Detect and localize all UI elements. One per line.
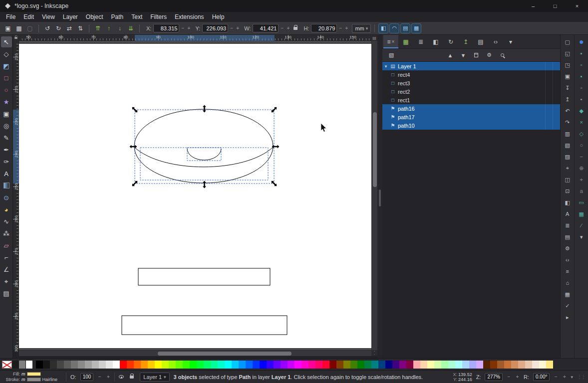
palette-color[interactable] — [155, 361, 162, 369]
preferences[interactable]: ⚙ — [563, 243, 573, 253]
lock-cell[interactable] — [553, 113, 560, 121]
selection-handle[interactable] — [270, 106, 278, 114]
palette-color[interactable] — [336, 361, 343, 369]
objects-row-path10[interactable]: ⚑path10 — [382, 121, 560, 130]
menu-help[interactable]: Help — [208, 12, 229, 21]
palette-color[interactable] — [392, 361, 399, 369]
palette-color[interactable] — [183, 361, 190, 369]
rect-upper[interactable] — [138, 268, 270, 285]
tool-node-editor[interactable]: ◇ — [1, 48, 12, 59]
logo-bowl-path[interactable] — [134, 147, 273, 167]
palette-color[interactable] — [253, 361, 260, 369]
tool-dropper[interactable]: ⊙ — [1, 192, 12, 203]
tab-swatches[interactable]: ▦ — [398, 35, 413, 48]
ruler-corner-lock[interactable] — [13, 35, 19, 41]
object-bbox-1[interactable] — [187, 148, 221, 161]
copy[interactable]: ▥ — [563, 129, 573, 139]
snap-path-intersections[interactable]: × — [577, 117, 587, 127]
swatches-dialog[interactable]: ▦ — [563, 289, 573, 299]
visibility-cell[interactable] — [545, 79, 553, 87]
visibility-cell[interactable] — [545, 121, 553, 130]
objects-row-rect2[interactable]: □rect2 — [382, 87, 560, 96]
paste[interactable]: ▧ — [563, 140, 573, 150]
text-dialog[interactable]: A — [563, 209, 573, 219]
vertical-scrollbar-thumb[interactable] — [373, 112, 377, 187]
menu-extensions[interactable]: Extensions — [171, 12, 208, 21]
snap-rotation-centers[interactable]: + — [577, 175, 587, 185]
zoom-increment[interactable]: + — [515, 374, 520, 380]
palette-color[interactable] — [281, 361, 288, 369]
select-all[interactable]: ▣ — [3, 23, 13, 33]
palette-color[interactable] — [204, 361, 211, 369]
palette-swatch-lead-0[interactable] — [12, 361, 19, 369]
tool-pencil[interactable]: ✎ — [1, 132, 12, 143]
ruler-toggle-corner[interactable]: ▤ — [371, 35, 377, 41]
lock-width-height-toggle[interactable] — [294, 27, 297, 30]
export[interactable]: ↥ — [563, 94, 573, 104]
palette-color[interactable] — [385, 361, 392, 369]
palette-color[interactable] — [406, 361, 413, 369]
document-save[interactable]: ◳ — [563, 60, 573, 70]
menu-object[interactable]: Object — [82, 12, 107, 21]
units-dropdown[interactable]: mm ▾ — [352, 24, 371, 33]
vertical-scrollbar[interactable] — [371, 41, 377, 350]
w-input[interactable]: 41.421 — [253, 24, 279, 32]
tab-xml-editor[interactable]: ‹› — [488, 35, 503, 48]
tab-objects[interactable]: ≡× — [383, 35, 398, 48]
logo-cup-path[interactable] — [187, 149, 221, 160]
tool-paint-bucket[interactable]: ◕ — [1, 204, 12, 215]
objects-row-rect4[interactable]: □rect4 — [382, 70, 560, 79]
delete-item-button[interactable] — [471, 50, 481, 60]
no-color-swatch[interactable] — [2, 361, 12, 369]
selection-handle[interactable] — [130, 145, 137, 149]
fill-stroke-indicator[interactable]: Fill: m Stroke: m Hairline — [3, 372, 62, 382]
fill-stroke-dialog[interactable]: ◧ — [563, 197, 573, 207]
palette-color[interactable] — [50, 361, 57, 369]
lower[interactable]: ↓ — [115, 23, 125, 33]
commands-overflow-chevron[interactable]: ▸ — [563, 312, 573, 322]
palette-color[interactable] — [308, 361, 315, 369]
h-input[interactable]: 20.879 — [311, 24, 337, 32]
document-open[interactable]: ◱ — [563, 48, 573, 58]
palette-color[interactable] — [448, 361, 455, 369]
palette-color[interactable] — [490, 361, 497, 369]
palette-color[interactable] — [64, 361, 71, 369]
layer-lock-icon[interactable] — [130, 376, 134, 379]
tool-zoom[interactable]: ⌖ — [1, 276, 12, 287]
palette-color[interactable] — [378, 361, 385, 369]
zoom-drawing[interactable]: ⌖ — [563, 163, 573, 173]
opacity-increment[interactable]: + — [106, 374, 110, 380]
palette-color[interactable] — [315, 361, 322, 369]
palette-color[interactable] — [36, 361, 43, 369]
document-properties-dialog[interactable]: ▤ — [563, 232, 573, 242]
logo-ellipse[interactable] — [134, 109, 273, 183]
align-dialog[interactable]: ≣ — [563, 220, 573, 230]
palette-color[interactable] — [350, 361, 357, 369]
palette-color[interactable] — [462, 361, 469, 369]
xml-editor[interactable]: ‹› — [563, 255, 573, 265]
palette-color[interactable] — [169, 361, 176, 369]
opacity-decrement[interactable]: − — [97, 374, 102, 380]
palette-color[interactable] — [371, 361, 378, 369]
palette-color[interactable] — [113, 361, 120, 369]
palette-color[interactable] — [85, 361, 92, 369]
palette-color[interactable] — [225, 361, 232, 369]
palette-color[interactable] — [532, 361, 539, 369]
expander-icon[interactable]: ▾ — [382, 64, 389, 69]
palette-color[interactable] — [106, 361, 113, 369]
lock-cell[interactable] — [553, 79, 560, 87]
palette-color[interactable] — [469, 361, 476, 369]
rotation-increment[interactable]: + — [562, 374, 567, 380]
snap-nodes[interactable]: ◆ — [577, 106, 587, 116]
menu-view[interactable]: View — [38, 12, 59, 21]
move-up-button[interactable]: ▲ — [445, 50, 455, 60]
horizontal-scrollbar-thumb[interactable] — [158, 352, 292, 356]
tab-fill-stroke[interactable]: ◧ — [428, 35, 443, 48]
tab-export[interactable]: ↥ — [458, 35, 473, 48]
horizontal-ruler[interactable]: 5060708090100110120130140150 — [19, 35, 371, 41]
palette-color[interactable] — [232, 361, 239, 369]
duplicate[interactable]: ▨ — [563, 152, 573, 162]
lock-cell[interactable] — [553, 96, 560, 104]
palette-color[interactable] — [190, 361, 197, 369]
palette-color[interactable] — [413, 361, 420, 369]
